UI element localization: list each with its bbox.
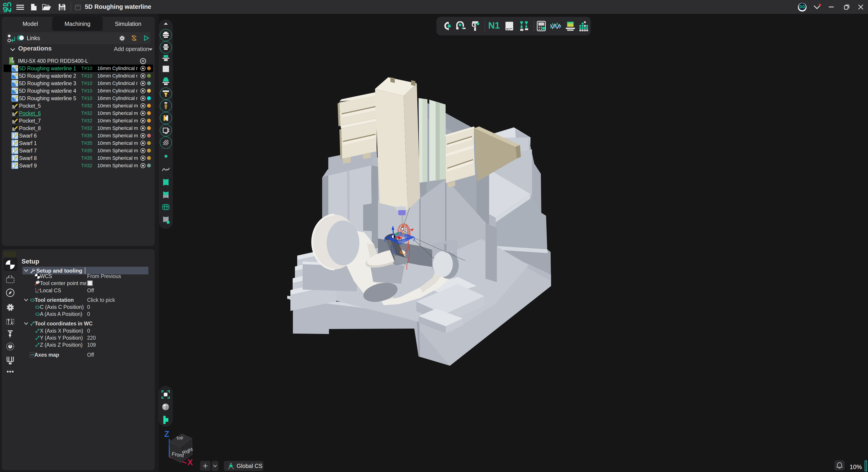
svg-text:Z: Z — [164, 429, 169, 439]
svg-text:X: X — [187, 458, 193, 467]
